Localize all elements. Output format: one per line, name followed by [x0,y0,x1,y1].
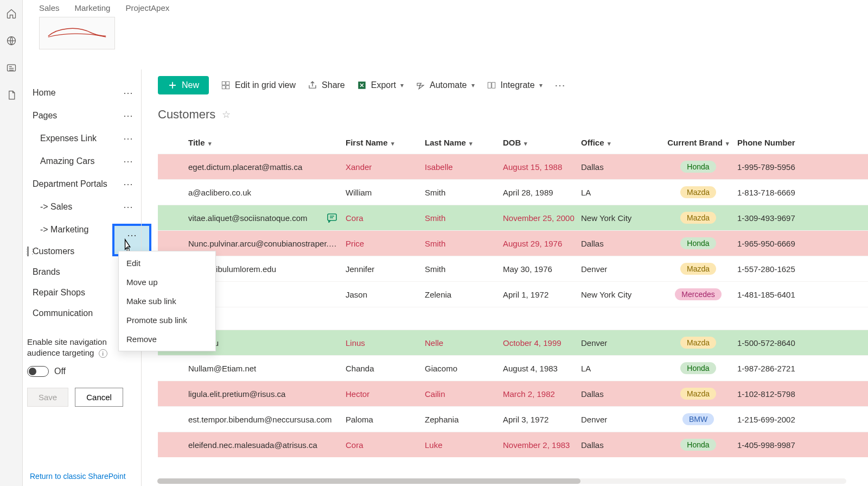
cell-first-name: Paloma [346,415,425,424]
toggle-state-label: Off [54,367,66,376]
table-row[interactable]: @in.eduLinusNelleOctober 4, 1999DenverMa… [158,330,868,355]
horizontal-scrollbar[interactable] [157,478,846,484]
more-icon[interactable]: ⋯ [123,110,133,122]
nav-label: Brands [33,267,60,277]
cell-title[interactable]: Nunc.pulvinar.arcu@conubianostraper.edu [188,239,346,248]
document-icon[interactable] [5,89,17,101]
nav-expenses-link[interactable]: Expenses Link⋯ [23,127,141,150]
more-icon[interactable]: ⋯ [123,87,133,99]
ctx-edit[interactable]: Edit [119,254,215,273]
cell-dob: October 4, 1999 [503,338,581,348]
cell-title[interactable]: a@aclibero.co.uk [188,188,346,197]
table-row[interactable]: Nunc.pulvinar.arcu@conubianostraper.eduP… [158,230,868,256]
cell-phone: 1-995-789-5956 [737,162,824,172]
cell-office: Denver [581,338,659,348]
grid-icon [221,80,231,90]
cell-dob: August 15, 1988 [503,162,581,172]
table-row[interactable]: Nullam@Etiam.netChandaGiacomoAugust 4, 1… [158,355,868,381]
cell-last-name: Smith [425,239,503,248]
tab-sales[interactable]: Sales [39,1,60,15]
cancel-button[interactable]: Cancel [75,388,123,407]
news-icon[interactable] [5,62,17,74]
scrollbar-thumb[interactable] [157,478,580,484]
more-icon[interactable]: ⋯ [123,132,133,144]
share-button[interactable]: Share [308,80,345,90]
table-row[interactable]: on.comJasonZeleniaApril 1, 1972New York … [158,281,868,307]
nav-label: -> Sales [40,202,72,212]
ctx-promote-sub-link[interactable]: Promote sub link [119,311,215,330]
cell-title[interactable]: eleifend.nec.malesuada@atrisus.ca [188,440,346,450]
table-row[interactable] [158,307,868,330]
cell-brand: Honda [659,237,737,249]
cell-last-name: Isabelle [425,162,503,172]
cell-phone: 1-102-812-5798 [737,389,824,399]
customers-grid: Title▾ First Name▾ Last Name▾ DOB▾ Offic… [158,131,868,457]
info-icon[interactable]: i [99,349,107,358]
table-row[interactable]: est.tempor.bibendum@neccursusa.comPaloma… [158,406,868,432]
audience-toggle[interactable]: Off [27,366,141,377]
col-last-name[interactable]: Last Name▾ [425,138,503,147]
list-title: Customers [158,108,215,122]
nav-amazing-cars[interactable]: Amazing Cars⋯ [23,150,141,173]
plus-icon [168,80,177,90]
table-row[interactable]: vitae.aliquet@sociisnatoque.comCoraSmith… [158,205,868,230]
cell-dob: November 25, 2000 [503,213,581,223]
favorite-star-icon[interactable]: ☆ [222,109,231,121]
cell-title[interactable]: Nullam@Etiam.net [188,364,346,373]
chevron-down-icon: ▾ [539,81,542,89]
ctx-make-sub-link[interactable]: Make sub link [119,292,215,311]
chevron-down-icon: ▾ [608,140,611,147]
col-current-brand[interactable]: Current Brand▾ [659,138,737,147]
cell-title[interactable]: est.tempor.bibendum@neccursusa.com [188,415,346,424]
comment-icon[interactable] [327,213,338,223]
table-row[interactable]: ligula.elit.pretium@risus.caHectorCailin… [158,381,868,406]
col-office[interactable]: Office▾ [581,138,659,147]
cell-title[interactable]: eget.dictum.placerat@mattis.ca [188,162,346,172]
home-icon[interactable] [5,8,17,20]
more-icon[interactable]: ⋯ [123,155,133,167]
col-phone[interactable]: Phone Number [737,138,824,147]
cell-last-name: Smith [425,264,503,274]
ctx-remove[interactable]: Remove [119,330,215,349]
svg-rect-9 [492,83,495,89]
svg-rect-5 [222,86,225,89]
automate-button[interactable]: Automate ▾ [416,80,474,90]
col-title[interactable]: Title▾ [188,138,346,147]
cell-phone: 1-215-699-2002 [737,415,824,424]
ctx-move-up[interactable]: Move up [119,273,215,292]
new-button-label: New [182,80,199,90]
table-row[interactable]: eget.dictum.placerat@mattis.caXanderIsab… [158,154,868,179]
drag-handle-icon[interactable]: ⋮⋮ [24,248,35,255]
nav-dept-portals[interactable]: Department Portals⋯ [23,173,141,195]
cell-title[interactable]: ligula.elit.pretium@risus.ca [188,389,346,399]
table-row[interactable]: a@aclibero.co.ukWilliamSmithApril 28, 19… [158,179,868,205]
nav-pages[interactable]: Pages⋯ [23,104,141,127]
more-icon[interactable]: ⋯ [123,201,133,213]
nav-home[interactable]: Home⋯ [23,81,141,104]
cell-first-name: Chanda [346,364,425,373]
new-button[interactable]: New [158,76,209,94]
tab-projectapex[interactable]: ProjectApex [125,1,169,15]
cell-last-name: Smith [425,213,503,223]
cell-phone: 1-813-718-6669 [737,188,824,197]
export-button[interactable]: Export ▾ [357,80,404,90]
return-classic-link[interactable]: Return to classic SharePoint [30,472,126,481]
cell-dob: March 2, 1982 [503,389,581,399]
globe-icon[interactable] [5,35,17,47]
col-dob[interactable]: DOB▾ [503,138,581,147]
col-first-name[interactable]: First Name▾ [346,138,425,147]
brand-pill: Mercedes [675,288,721,300]
table-row[interactable]: e@vestibulumlorem.eduJenniferSmithMay 30… [158,256,868,281]
more-icon[interactable]: ⋯ [123,178,133,190]
svg-rect-6 [226,86,229,89]
integrate-button[interactable]: Integrate ▾ [487,80,542,90]
cell-first-name: Xander [346,162,425,172]
table-row[interactable]: eleifend.nec.malesuada@atrisus.caCoraLuk… [158,432,868,457]
cell-title[interactable]: vitae.aliquet@sociisnatoque.com [188,213,346,223]
nav-dept-sales[interactable]: -> Sales⋯ [23,195,141,218]
toggle-knob [29,368,36,375]
tab-marketing[interactable]: Marketing [75,1,111,15]
overflow-button[interactable]: ⋯ [554,79,565,92]
edit-grid-button[interactable]: Edit in grid view [221,80,296,90]
cell-last-name: Cailin [425,389,503,399]
